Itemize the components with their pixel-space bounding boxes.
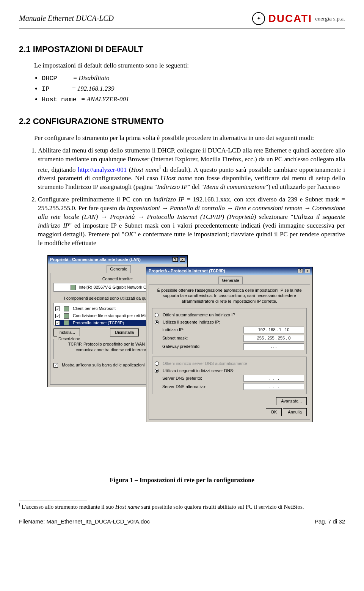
- client-icon: [64, 306, 69, 311]
- show-icon-label: Mostra un'icona sulla barra delle applic…: [62, 362, 160, 368]
- help-icon[interactable]: ?: [298, 269, 303, 273]
- advanced-button[interactable]: Avanzate...: [276, 397, 307, 405]
- gw-input[interactable]: . . .: [243, 343, 304, 350]
- eq: =: [72, 85, 77, 92]
- radio-manual-dns[interactable]: [155, 369, 159, 373]
- dlg1-title: Proprietà - Connessione alla rete locale…: [50, 257, 141, 262]
- section-2-1-heading: 2.1 IMPOSTAZIONI DI DEFAULT: [19, 44, 345, 55]
- footer-page: Pag. 7 di 32: [315, 518, 345, 525]
- radio-auto-ip[interactable]: [155, 313, 159, 317]
- figure-caption: Figura 1 – Impostazioni di rete per la c…: [19, 476, 345, 485]
- ok-button[interactable]: OK: [266, 408, 282, 416]
- close-icon[interactable]: ×: [305, 269, 310, 273]
- key-dhcp: DHCP: [42, 75, 57, 82]
- mask-label: Subnet mask:: [162, 335, 188, 341]
- default-hostname: Host name = ANALYZER-001: [42, 95, 345, 104]
- val-ip: 192.168.1.239: [77, 85, 115, 92]
- ducati-roundel-icon: ✦: [252, 12, 265, 25]
- step1-dhcp: il DHCP: [152, 147, 174, 154]
- step1-abilitare: Abilitare: [38, 147, 61, 154]
- uninstall-button[interactable]: Disinstalla: [110, 329, 139, 336]
- install-button[interactable]: Installa...: [53, 329, 80, 336]
- sec21-intro: Le impostazioni di default dello strumen…: [34, 61, 345, 70]
- dlg2-titlebar: Proprietà - Protocollo Internet (TCP/IP)…: [146, 267, 312, 275]
- dns1-label: Server DNS preferito:: [162, 376, 202, 381]
- key-ip: IP: [42, 85, 49, 93]
- radio-manual-ip[interactable]: [155, 320, 159, 324]
- mask-input[interactable]: 255 . 255 . 255 . 0: [243, 335, 304, 342]
- checkbox-icon[interactable]: ✓: [53, 363, 58, 368]
- dns1-input[interactable]: . . .: [243, 375, 304, 382]
- gw-label: Gateway predefinito:: [162, 344, 201, 349]
- cancel-button[interactable]: Annulla: [283, 408, 307, 416]
- checkbox-icon[interactable]: ✓: [55, 314, 60, 318]
- footer-filename: FileName: Man_Ethernet_Ita_DUCA-LCD_v0rA…: [19, 518, 150, 525]
- tcpip-icon: [64, 320, 69, 325]
- radio-auto-dns: [155, 362, 159, 366]
- dns2-input[interactable]: . . .: [243, 383, 304, 390]
- dlg1-titlebar: Proprietà - Connessione alla rete locale…: [48, 256, 187, 264]
- val-hostname: ANALYZER-001: [86, 96, 129, 103]
- defaults-list: DHCP = Disabilitato IP = 192.168.1.239 H…: [42, 74, 345, 104]
- dns2-label: Server DNS alternativo:: [162, 384, 206, 390]
- footnote-separator: [19, 500, 87, 500]
- ip-input[interactable]: 192 . 168 . 1 . 10: [243, 327, 304, 333]
- section-2-2-heading: 2.2 CONFIGURAZIONE STRUMENTO: [19, 116, 345, 127]
- help-icon[interactable]: ?: [173, 257, 178, 262]
- default-dhcp: DHCP = Disabilitato: [42, 74, 345, 83]
- doc-title: Manuale Ethernet DUCA-LCD: [19, 13, 114, 24]
- step1-hostname: Host name: [131, 166, 160, 173]
- share-icon: [64, 313, 69, 319]
- eq: =: [82, 96, 87, 103]
- dlg2-info: È possibile ottenere l'assegnazione auto…: [152, 288, 307, 305]
- checkbox-icon[interactable]: ✓: [55, 307, 60, 311]
- default-ip: IP = 192.168.1.239: [42, 85, 345, 94]
- dlg2-tab-general[interactable]: Generale: [218, 277, 242, 284]
- sec22-intro: Per configurare lo strumento per la prim…: [19, 134, 345, 143]
- step-2: Configurare preliminarmente il PC con un…: [38, 195, 345, 248]
- page-header: Manuale Ethernet DUCA-LCD ✦ DUCATI energ…: [19, 11, 345, 28]
- checkbox-icon[interactable]: ✓: [55, 321, 60, 325]
- brand-text: DUCATI: [268, 11, 312, 26]
- dlg1-tab-general[interactable]: Generale: [107, 265, 130, 273]
- ip-label: Indirizzo IP:: [162, 327, 184, 333]
- brand-subtext: energia s.p.a.: [315, 15, 345, 22]
- nic-icon: [71, 285, 76, 290]
- val-dhcp: Disabilitato: [78, 74, 109, 82]
- close-icon[interactable]: ×: [180, 257, 185, 262]
- step-1: Abilitare dal menu di setup dello strume…: [38, 146, 345, 192]
- eq: =: [73, 74, 78, 82]
- footnote: i L'accesso allo strumento mediante il s…: [19, 502, 345, 511]
- tcpip-properties-dialog: Proprietà - Protocollo Internet (TCP/IP)…: [146, 267, 313, 422]
- dlg2-title: Proprietà - Protocollo Internet (TCP/IP): [149, 268, 225, 274]
- config-steps: Abilitare dal menu di setup dello strume…: [38, 146, 345, 248]
- desc-legend: Descrizione: [57, 336, 82, 342]
- key-hostname: Host name: [42, 96, 77, 103]
- brand-logo: ✦ DUCATI energia s.p.a.: [252, 11, 345, 26]
- figure-1: Proprietà - Connessione alla rete locale…: [19, 255, 345, 485]
- page-footer: FileName: Man_Ethernet_Ita_DUCA-LCD_v0rA…: [19, 516, 345, 525]
- analyzer-link[interactable]: http://analyzer-001: [78, 166, 127, 173]
